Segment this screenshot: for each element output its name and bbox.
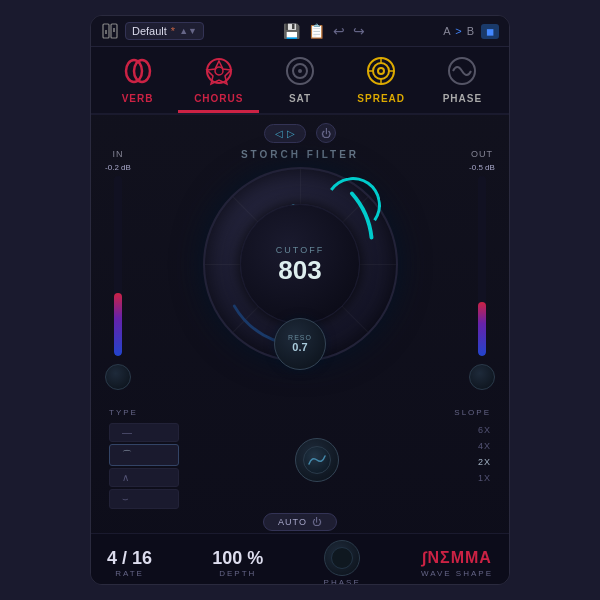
tab-verb-label: VERB (122, 93, 154, 104)
wave-knob[interactable] (295, 438, 339, 482)
phase-icon (444, 53, 480, 89)
in-knob[interactable] (105, 364, 131, 390)
out-label: OUT (471, 149, 493, 159)
slope-btn-1x[interactable]: 1X (454, 471, 491, 485)
tab-phase-label: PHASE (443, 93, 482, 104)
slope-btn-6x[interactable]: 6X (454, 423, 491, 437)
type-btn-notch[interactable]: ⌣ (109, 489, 179, 509)
tab-sat[interactable]: SAT (259, 47, 340, 113)
rate-value: 4 / 16 (107, 549, 152, 567)
top-bar-center: 💾 📋 ↩ ↪ (283, 23, 365, 39)
slope-column: SLOPE 6X 4X 2X 1X (454, 408, 491, 485)
type-btn-lowpass[interactable]: — (109, 423, 179, 442)
in-level: -0.2 dB (105, 163, 131, 172)
ab-label: A > B (443, 25, 475, 37)
big-knob[interactable]: ⌬ CUTOFF 803 RESO 0.7 (203, 167, 398, 362)
save-icon[interactable]: 💾 (283, 23, 300, 39)
controls-bar: ◁ ▷ ⏻ (91, 115, 509, 147)
phase-label: PHASE (324, 578, 361, 585)
tab-verb[interactable]: VERB (97, 47, 178, 113)
cutoff-label: CUTOFF (276, 245, 324, 255)
wave-shape-logo: ∫ΝΣΜΜΑ (422, 549, 492, 567)
preset-name: Default (132, 25, 167, 37)
toggle-right-arrow: ▷ (287, 128, 295, 139)
slope-label: SLOPE (454, 408, 491, 417)
filter-title: STORCH FILTER (241, 149, 359, 160)
phase-knob[interactable] (324, 540, 360, 576)
toggle-left-arrow: ◁ (275, 128, 283, 139)
fx-tabs: VERB CHORUS SAT (91, 47, 509, 115)
out-knob[interactable] (469, 364, 495, 390)
rate-param: 4 / 16 RATE (107, 549, 152, 578)
spread-icon (363, 53, 399, 89)
cutoff-value: 803 (278, 257, 321, 283)
tab-chorus-label: CHORUS (194, 93, 243, 104)
depth-label: DEPTH (219, 569, 256, 578)
type-column: TYPE — ⌒ ∧ ⌣ (109, 408, 179, 509)
depth-value: 100 % (212, 549, 263, 567)
type-btn-bandpass[interactable]: ∧ (109, 468, 179, 487)
sync-button[interactable]: ◼ (481, 24, 499, 39)
type-label: TYPE (109, 408, 179, 417)
wave-shape-param: ∫ΝΣΜΜΑ WAVE SHAPE (421, 549, 493, 578)
big-knob-container: ⌬ CUTOFF 803 RESO 0.7 (200, 164, 400, 364)
reso-value: 0.7 (292, 341, 307, 353)
copy-icon[interactable]: 📋 (308, 23, 325, 39)
tab-sat-label: SAT (289, 93, 311, 104)
svg-point-13 (373, 63, 389, 79)
undo-icon[interactable]: ↩ (333, 23, 345, 39)
preset-modified: * (171, 25, 175, 37)
svg-point-8 (215, 67, 223, 75)
vu-meter-left (114, 176, 122, 356)
phase-param: PHASE (324, 540, 361, 585)
chorus-icon (201, 53, 237, 89)
auto-row: AUTO ⏻ (91, 513, 509, 531)
vu-fill-right (478, 302, 486, 356)
phase-knob-inner (331, 547, 353, 569)
slope-btn-2x[interactable]: 2X (454, 455, 491, 469)
depth-param: 100 % DEPTH (212, 549, 263, 578)
svg-point-14 (378, 68, 384, 74)
preset-arrows: ▲▼ (179, 26, 197, 36)
in-label: IN (113, 149, 124, 159)
tab-chorus[interactable]: CHORUS (178, 47, 259, 113)
plugin-container: Default * ▲▼ 💾 📋 ↩ ↪ A > B ◼ (90, 15, 510, 585)
tab-phase[interactable]: PHASE (422, 47, 503, 113)
tab-spread[interactable]: SPREAD (341, 47, 422, 113)
brand-icon (101, 22, 119, 40)
type-btn-highpass[interactable]: ⌒ (109, 444, 179, 466)
inner-knob[interactable]: CUTOFF 803 (240, 204, 360, 324)
sat-icon (282, 53, 318, 89)
main-content: ◁ ▷ ⏻ IN -0.2 dB STORCH FILTER (91, 115, 509, 533)
vu-meter-right (478, 176, 486, 356)
rate-label: RATE (115, 569, 144, 578)
footer: 4 / 16 RATE 100 % DEPTH PHASE ∫ΝΣΜΜΑ WAV… (91, 533, 509, 585)
wave-shape-label: WAVE SHAPE (421, 569, 493, 578)
reso-knob[interactable]: RESO 0.7 (274, 318, 326, 370)
tab-spread-label: SPREAD (357, 93, 405, 104)
reso-label: RESO (288, 334, 312, 341)
top-bar-left: Default * ▲▼ (101, 22, 204, 40)
auto-label: AUTO (278, 517, 307, 527)
redo-icon[interactable]: ↪ (353, 23, 365, 39)
toggle-button[interactable]: ◁ ▷ (264, 124, 306, 143)
wave-knob-inner (303, 446, 331, 474)
top-bar-right: A > B ◼ (443, 24, 499, 39)
out-level: -0.5 dB (469, 163, 495, 172)
svg-point-11 (298, 69, 302, 73)
top-bar: Default * ▲▼ 💾 📋 ↩ ↪ A > B ◼ (91, 16, 509, 47)
filter-main: STORCH FILTER (133, 149, 467, 364)
power-button[interactable]: ⏻ (316, 123, 336, 143)
vu-fill-left (114, 293, 122, 356)
verb-icon (120, 53, 156, 89)
auto-power-icon: ⏻ (312, 517, 322, 527)
preset-selector[interactable]: Default * ▲▼ (125, 22, 204, 40)
auto-button[interactable]: AUTO ⏻ (263, 513, 337, 531)
slope-btn-4x[interactable]: 4X (454, 439, 491, 453)
